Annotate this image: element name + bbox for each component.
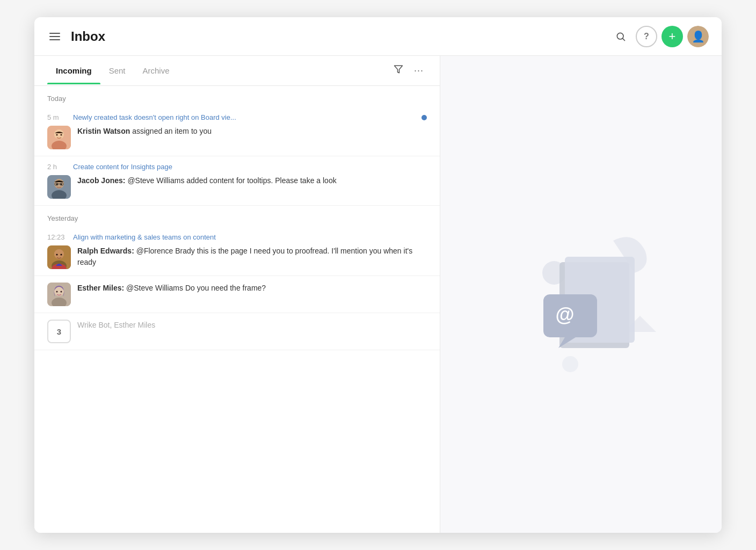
tab-incoming[interactable]: Incoming [47, 57, 100, 84]
sender-name: Esther Miles: [77, 284, 124, 292]
svg-point-21 [54, 249, 64, 259]
hamburger-line [49, 36, 60, 37]
tabs-bar: Incoming Sent Archive ··· [34, 56, 440, 86]
notif-message: Esther Miles: @Steve Williams Do you nee… [77, 283, 266, 294]
filter-button[interactable] [390, 61, 406, 80]
more-icon: ··· [414, 65, 424, 76]
app-window: Inbox ? + 👤 [34, 17, 722, 533]
svg-point-7 [56, 134, 58, 136]
notif-time: 5 m [47, 113, 69, 121]
hamburger-line [49, 33, 60, 34]
notif-header: 5 m Newly created task doesn't open righ… [47, 113, 427, 121]
message-text: assigned an item to you [132, 127, 212, 135]
header-left: Inbox [47, 29, 105, 44]
tabs-actions: ··· [390, 61, 427, 80]
notif-header: 12:23 Align with marketing & sales teams… [47, 233, 427, 241]
notif-avatar [47, 283, 71, 306]
notification-item[interactable]: 12:23 Align with marketing & sales teams… [34, 227, 440, 276]
sender-name: Ralph Edwards: [77, 247, 134, 255]
notif-message: Wrike Bot, Esther Miles [77, 320, 155, 331]
svg-point-28 [56, 291, 58, 293]
page-title: Inbox [71, 29, 105, 44]
search-button[interactable] [610, 26, 631, 47]
svg-point-22 [56, 254, 58, 256]
tab-sent[interactable]: Sent [100, 57, 134, 84]
notif-body: Jacob Jones: @Steve Williams added conte… [47, 175, 427, 199]
notification-item[interactable]: 3 Wrike Bot, Esther Miles [34, 313, 440, 350]
menu-button[interactable] [47, 31, 62, 42]
notification-item[interactable]: 5 m Newly created task doesn't open righ… [34, 107, 440, 156]
notif-body: Kristin Watson assigned an item to you [47, 126, 427, 149]
help-button[interactable]: ? [636, 26, 657, 47]
notif-avatar [47, 245, 71, 269]
header-right: ? + 👤 [610, 26, 709, 47]
notif-message: Ralph Edwards: @Florence Brady this is t… [77, 245, 427, 268]
svg-line-1 [623, 38, 625, 40]
avatar-image [47, 175, 71, 199]
filter-icon [394, 64, 403, 74]
notif-time: 12:23 [47, 233, 69, 241]
message-text: Wrike Bot, Esther Miles [77, 321, 155, 329]
svg-point-6 [54, 129, 64, 139]
svg-point-8 [61, 134, 62, 136]
svg-point-0 [617, 33, 623, 39]
notif-task: Newly created task doesn't open right on… [73, 113, 417, 121]
notif-avatar [47, 126, 71, 149]
right-panel: @ [440, 56, 722, 533]
section-today: Today [34, 86, 440, 107]
tabs: Incoming Sent Archive [47, 57, 390, 84]
notif-message: Jacob Jones: @Steve Williams added conte… [77, 175, 337, 186]
notification-item[interactable]: 2 h Create content for Insights page [34, 156, 440, 206]
add-button[interactable]: + [662, 26, 683, 47]
section-yesterday: Yesterday [34, 206, 440, 227]
notifications-list: Today 5 m Newly created task doesn't ope… [34, 86, 440, 533]
header: Inbox ? + 👤 [34, 17, 722, 56]
jacob-avatar [47, 175, 71, 199]
svg-text:@: @ [555, 303, 574, 325]
svg-point-23 [61, 254, 62, 256]
svg-point-31 [562, 356, 578, 372]
notif-body: Esther Miles: @Steve Williams Do you nee… [47, 283, 427, 306]
ralph-avatar [47, 245, 71, 269]
svg-point-13 [56, 184, 58, 185]
user-avatar: 👤 [687, 26, 709, 47]
notif-time: 2 h [47, 163, 69, 171]
main-content: Incoming Sent Archive ··· [34, 56, 722, 533]
tab-archive[interactable]: Archive [134, 57, 178, 84]
notif-message: Kristin Watson assigned an item to you [77, 126, 212, 137]
notif-task: Align with marketing & sales teams on co… [73, 233, 427, 241]
notif-count: 3 [47, 320, 71, 343]
hamburger-line [49, 39, 60, 40]
avatar-image [47, 283, 71, 306]
notif-task: Create content for Insights page [73, 163, 427, 171]
notif-body: Ralph Edwards: @Florence Brady this is t… [47, 245, 427, 269]
sender-name: Kristin Watson [77, 127, 130, 135]
add-icon: + [669, 31, 676, 42]
svg-point-29 [61, 291, 62, 293]
search-icon [615, 31, 626, 42]
avatar-image [47, 126, 71, 149]
notif-body: 3 Wrike Bot, Esther Miles [47, 320, 427, 343]
svg-point-14 [61, 184, 62, 185]
avatar-image [47, 245, 71, 269]
user-avatar-button[interactable]: 👤 [687, 26, 709, 47]
kristin-avatar [47, 126, 71, 149]
notification-item[interactable]: Esther Miles: @Steve Williams Do you nee… [34, 276, 440, 313]
help-icon: ? [644, 32, 649, 41]
more-button[interactable]: ··· [411, 62, 427, 79]
left-panel: Incoming Sent Archive ··· [34, 56, 440, 533]
notif-avatar [47, 175, 71, 199]
sender-name: Jacob Jones: [77, 176, 125, 185]
message-text: @Steve Williams added content for toolti… [127, 176, 336, 185]
message-text: @Steve Williams Do you need the frame? [126, 284, 266, 292]
esther-avatar [47, 283, 71, 306]
empty-state-illustration: @ [495, 208, 667, 380]
svg-marker-2 [394, 66, 402, 73]
notif-header: 2 h Create content for Insights page [47, 163, 427, 171]
unread-dot [421, 115, 427, 120]
